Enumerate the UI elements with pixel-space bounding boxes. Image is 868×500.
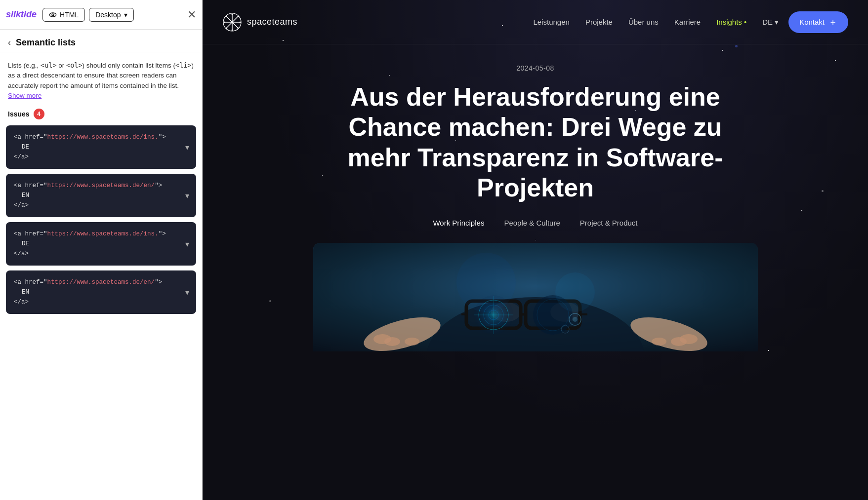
html-button[interactable]: HTML: [42, 8, 85, 22]
nav-leistungen[interactable]: Leistungen: [533, 18, 569, 26]
nav-projekte[interactable]: Projekte: [585, 18, 613, 26]
nav-links: Leistungen Projekte Über uns Karriere In…: [533, 18, 746, 26]
back-arrow-icon[interactable]: ‹: [8, 38, 11, 48]
svg-point-13: [238, 15, 239, 17]
chevron-down-icon-2: ▾: [185, 191, 189, 200]
hero-content: 2024-05-08 Aus der Herausforderung eine …: [203, 44, 868, 500]
lang-label: DE: [762, 18, 773, 26]
svg-point-44: [555, 272, 595, 312]
svg-point-9: [224, 21, 225, 23]
svg-point-8: [232, 29, 233, 31]
chevron-down-icon-4: ▾: [185, 288, 189, 297]
desktop-dropdown[interactable]: Desktop ▾: [89, 8, 133, 22]
panel-description: Lists (e.g., <ul> or <ol>) should only c…: [0, 52, 202, 105]
svg-point-12: [238, 27, 239, 29]
hero-image-area: [313, 243, 758, 351]
issues-row: Issues 4: [0, 105, 202, 125]
svg-point-1: [52, 14, 54, 16]
code-block-1[interactable]: <a href="https://www.spaceteams.de/ins."…: [6, 125, 196, 169]
nav-karriere[interactable]: Karriere: [674, 18, 701, 26]
nav-ueber-uns[interactable]: Über uns: [628, 18, 659, 26]
dropdown-chevron-icon: ▾: [124, 11, 127, 19]
nav-lang-switcher[interactable]: DE ▾: [762, 18, 779, 27]
svg-point-43: [456, 253, 516, 312]
plus-icon: ＋: [828, 16, 837, 28]
svg-point-37: [384, 337, 400, 346]
hero-tag-people-culture[interactable]: People & Culture: [504, 219, 560, 227]
svg-point-11: [226, 15, 227, 17]
left-panel: silktide HTML Desktop ▾ ✕ ‹ Semantic lis…: [0, 0, 203, 500]
site-nav: spaceteams Leistungen Projekte Über uns …: [203, 0, 868, 44]
hero-tag-work-principles[interactable]: Work Principles: [433, 219, 484, 227]
right-panel: spaceteams Leistungen Projekte Über uns …: [203, 0, 868, 500]
nav-insights[interactable]: Insights: [716, 18, 746, 26]
silktide-logo: silktide: [6, 9, 37, 20]
hero-title: Aus der Herausforderung eine Chance mach…: [333, 82, 738, 203]
svg-point-10: [240, 21, 241, 23]
site-logo: spaceteams: [222, 12, 297, 32]
panel-header: ‹ Semantic lists: [0, 30, 202, 52]
svg-point-0: [49, 13, 56, 17]
lang-chevron-icon: ▾: [775, 18, 779, 27]
issues-badge: 4: [34, 109, 44, 119]
logo-icon: [222, 12, 242, 32]
svg-point-42: [652, 338, 666, 346]
chevron-down-icon-1: ▾: [185, 143, 189, 152]
panel-title: Semantic lists: [16, 38, 76, 48]
issues-label: Issues: [8, 110, 30, 118]
chevron-down-icon-3: ▾: [185, 239, 189, 249]
toolbar: silktide HTML Desktop ▾ ✕: [0, 0, 202, 30]
svg-point-41: [671, 337, 687, 346]
hero-tag-project-product[interactable]: Project & Product: [580, 219, 638, 227]
svg-point-7: [232, 13, 233, 15]
desktop-label: Desktop: [95, 11, 121, 19]
code-block-2[interactable]: <a href="https://www.spaceteams.de/en/">…: [6, 174, 196, 217]
svg-point-33: [573, 317, 578, 322]
svg-point-14: [226, 27, 227, 29]
hero-date: 2024-05-08: [516, 64, 554, 72]
close-button[interactable]: ✕: [187, 9, 196, 20]
svg-point-38: [405, 338, 419, 346]
hero-tags: Work Principles People & Culture Project…: [433, 219, 637, 227]
kontakt-button[interactable]: Kontakt ＋: [788, 11, 848, 33]
eye-icon: [49, 11, 57, 19]
code-block-3[interactable]: <a href="https://www.spaceteams.de/ins."…: [6, 222, 196, 266]
code-block-4[interactable]: <a href="https://www.spaceteams.de/en/">…: [6, 270, 196, 314]
show-more-link[interactable]: Show more: [8, 92, 41, 99]
kontakt-label: Kontakt: [799, 18, 825, 26]
html-btn-label: HTML: [60, 11, 79, 19]
logo-text: spaceteams: [247, 17, 297, 27]
code-blocks-container: <a href="https://www.spaceteams.de/ins."…: [0, 125, 202, 500]
